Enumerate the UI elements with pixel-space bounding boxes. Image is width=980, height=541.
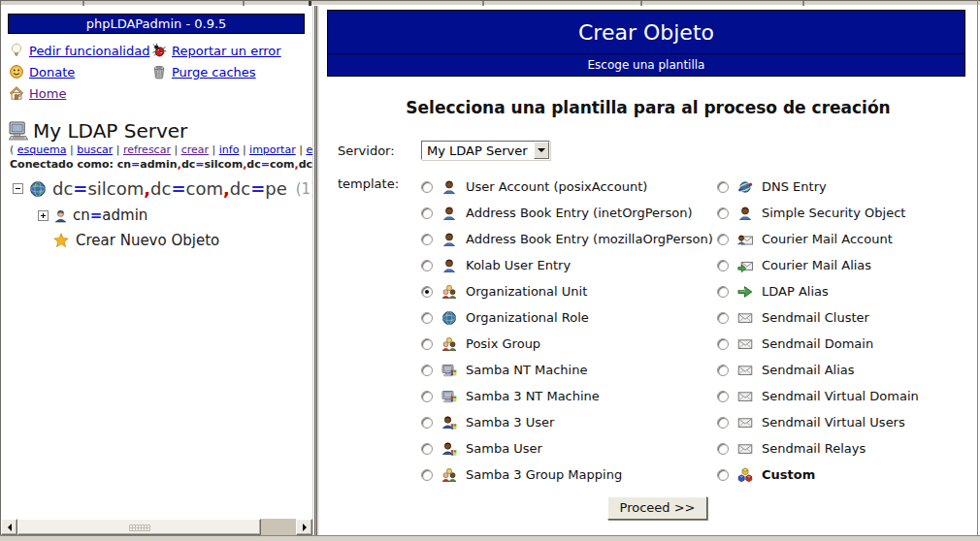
template-radio[interactable]	[421, 391, 433, 402]
connected-dn: cn=admin,dc=silcom,dc=com,dc=pe	[117, 158, 312, 171]
template-radio[interactable]	[717, 443, 729, 455]
template-radio[interactable]	[717, 312, 729, 324]
template-radio[interactable]	[717, 234, 729, 245]
action-create-link[interactable]: crear	[181, 143, 209, 156]
template-radio[interactable]	[421, 312, 433, 324]
template-radio[interactable]	[717, 338, 729, 350]
scrollbar-thumb[interactable]	[17, 519, 261, 535]
samba-user-icon	[441, 415, 457, 430]
template-option-row[interactable]: Sendmail Virtual Domain	[717, 383, 977, 409]
template-option-row[interactable]: Samba 3 User	[421, 409, 717, 435]
template-radio[interactable]	[717, 207, 729, 219]
tree-root-count: (1)	[296, 180, 312, 198]
action-import-link[interactable]: importar	[249, 143, 296, 156]
request-feature-link[interactable]: Pedir funcionalidad	[29, 44, 149, 58]
server-header[interactable]: My LDAP Server	[8, 119, 312, 143]
star-icon	[53, 233, 69, 248]
frame-resize-divider[interactable]	[312, 6, 319, 535]
chevron-down-icon[interactable]	[534, 142, 549, 159]
collapse-icon[interactable]	[13, 183, 23, 194]
template-option-row[interactable]: Address Book Entry (mozillaOrgPerson)	[421, 226, 717, 252]
template-label-col: template:	[338, 174, 421, 488]
template-option-row[interactable]: LDAP Alias	[717, 278, 977, 304]
template-option-row[interactable]: Samba 3 NT Machine	[421, 383, 717, 409]
template-option-row[interactable]: Kolab User Entry	[421, 252, 717, 278]
report-bug-link[interactable]: Reportar un error	[172, 44, 281, 58]
template-option-row[interactable]: Organizational Role	[421, 304, 717, 331]
page-subtitle: Escoge una plantilla	[328, 54, 964, 76]
page-header: Crear Objeto Escoge una plantilla	[327, 10, 965, 77]
template-radio[interactable]	[717, 260, 729, 271]
proceed-button[interactable]: Proceed >>	[607, 496, 708, 520]
tree-root-dn[interactable]: dc=silcom,dc=com,dc=pe	[52, 178, 287, 199]
template-radio[interactable]	[421, 469, 433, 481]
create-new-object-label[interactable]: Crear Nuevo Objeto	[76, 232, 219, 249]
home-link[interactable]: Home	[29, 86, 66, 101]
scrollbar-track[interactable]	[261, 519, 296, 535]
alias-arrow-icon	[737, 284, 753, 300]
navigation-frame: phpLDAPadmin - 0.9.5 Pedir funcionalidad…	[1, 6, 312, 535]
action-schema-link[interactable]: esquema	[17, 143, 67, 156]
template-option-row[interactable]: Posix Group	[421, 331, 717, 357]
action-info-link[interactable]: info	[219, 143, 240, 156]
template-option-row[interactable]: Sendmail Virtual Users	[717, 409, 977, 435]
template-option-row[interactable]: DNS Entry	[717, 174, 977, 200]
template-option-row[interactable]: Samba User	[421, 435, 717, 461]
template-option-row[interactable]: Samba NT Machine	[421, 357, 717, 383]
tree-row-create-new[interactable]: Crear Nuevo Objeto	[53, 232, 312, 249]
scroll-left-button[interactable]	[1, 519, 17, 535]
horizontal-scrollbar[interactable]	[1, 519, 312, 535]
template-option-row[interactable]: Courier Mail Account	[717, 226, 977, 252]
template-radio[interactable]	[421, 181, 433, 193]
template-label: Sendmail Domain	[762, 336, 873, 351]
template-radio[interactable]	[421, 207, 433, 219]
template-option-row[interactable]: Custom	[717, 461, 977, 488]
template-label: Sendmail Cluster	[762, 310, 869, 325]
template-radio[interactable]	[717, 181, 729, 193]
template-option-row[interactable]: Courier Mail Alias	[717, 252, 977, 278]
template-radio[interactable]	[717, 417, 729, 429]
home-icon	[9, 85, 24, 101]
window-bottom-edge	[0, 535, 980, 541]
template-option-row[interactable]: Sendmail Alias	[717, 357, 977, 383]
action-export-link[interactable]: export	[306, 143, 312, 156]
template-option-row[interactable]: Simple Security Object	[717, 200, 977, 226]
template-option-row[interactable]: Organizational Unit	[421, 278, 717, 304]
template-option-row[interactable]: Sendmail Relays	[717, 435, 977, 461]
template-radio[interactable]	[717, 391, 729, 402]
page-title: Crear Objeto	[328, 11, 964, 54]
scroll-right-button[interactable]	[296, 519, 312, 535]
template-radio[interactable]	[717, 365, 729, 376]
donate-link[interactable]: Donate	[29, 65, 75, 80]
template-radio[interactable]	[717, 469, 729, 481]
expand-icon[interactable]	[38, 210, 49, 221]
template-option-row[interactable]: Sendmail Cluster	[717, 304, 977, 331]
globe-icon	[441, 310, 457, 326]
tree-admin-dn[interactable]: cn=admin	[73, 207, 147, 224]
server-select[interactable]: My LDAP Server	[421, 141, 550, 160]
connected-label: Conectado como:	[10, 158, 114, 171]
template-radio[interactable]	[717, 286, 729, 298]
template-label: Simple Security Object	[762, 206, 905, 220]
action-refresh-link[interactable]: refrescar	[123, 143, 171, 156]
template-option-row[interactable]: Samba 3 Group Mapping	[421, 461, 717, 488]
group-icon	[441, 467, 457, 483]
template-radio[interactable]	[421, 417, 433, 429]
template-radio[interactable]	[421, 234, 433, 245]
template-radio[interactable]	[421, 443, 433, 455]
purge-caches-link[interactable]: Purge caches	[172, 65, 256, 80]
template-option-row[interactable]: User Account (posixAccount)	[421, 174, 717, 200]
template-radio[interactable]	[421, 338, 433, 350]
mail-icon	[737, 415, 753, 430]
template-label: Organizational Unit	[466, 284, 587, 299]
server-name[interactable]: My LDAP Server	[33, 119, 187, 143]
template-option-row[interactable]: Address Book Entry (inetOrgPerson)	[421, 200, 717, 226]
template-label: DNS Entry	[762, 179, 827, 194]
template-radio[interactable]	[421, 365, 433, 376]
template-radio[interactable]	[421, 260, 433, 271]
phpldapadmin-window: { "colors": { "header_bg": "#010e8e", "l…	[0, 0, 980, 541]
template-option-row[interactable]: Sendmail Domain	[717, 331, 977, 357]
template-radio[interactable]	[421, 286, 433, 298]
action-search-link[interactable]: buscar	[77, 143, 113, 156]
template-label: Organizational Role	[466, 310, 589, 325]
